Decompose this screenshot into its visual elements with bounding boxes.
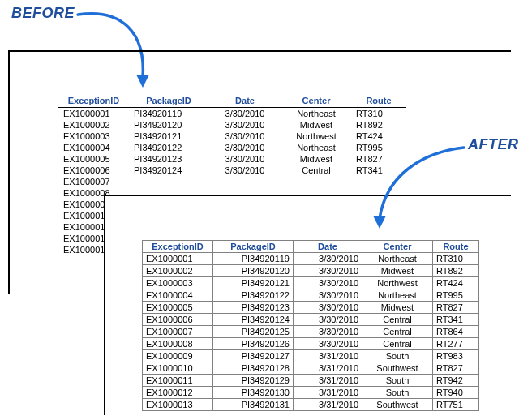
svg-marker-1 — [373, 216, 386, 229]
arrow-after-icon — [0, 0, 519, 420]
